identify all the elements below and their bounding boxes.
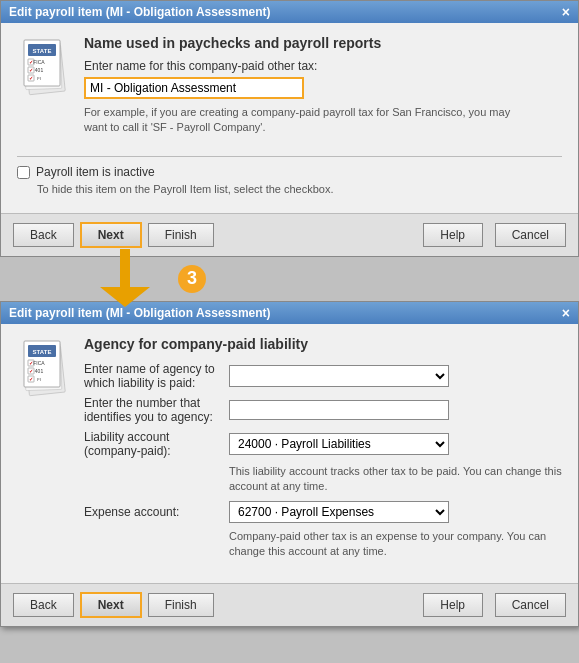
svg-text:STATE: STATE [33,48,52,54]
liability-note: This liability account tracks other tax … [229,464,562,495]
dialog1-cancel-button[interactable]: Cancel [495,223,566,247]
svg-text:401: 401 [35,368,44,374]
svg-text:401: 401 [35,67,44,73]
agency-row: Enter name of agency to which liability … [84,362,562,390]
dialog1-hint: For example, if you are creating a compa… [84,105,524,136]
dialog2-form-area: Agency for company-paid liability Enter … [84,336,562,566]
expense-note: Company-paid other tax is an expense to … [229,529,562,560]
svg-text:FI: FI [37,377,41,382]
liability-select[interactable]: 24000 · Payroll Liabilities [229,433,449,455]
dialog2-header: STATE ✓ FICA ✓ 401 ✓ FI Agency for compa… [17,336,562,566]
svg-text:✓: ✓ [29,376,33,382]
dialog1-header: STATE ✓ FICA ✓ 401 ✓ FI Name used in pay… [17,35,562,146]
dialog2-next-button[interactable]: Next [80,592,142,618]
dialog2-payroll-icon: STATE ✓ FICA ✓ 401 ✓ FI [17,336,72,401]
agency-label: Enter name of agency to which liability … [84,362,229,390]
dialog2-heading: Agency for company-paid liability [84,336,562,352]
agency-select[interactable] [229,365,449,387]
dialog1-close-button[interactable]: × [562,5,570,19]
svg-text:FI: FI [37,76,41,81]
expense-row: Expense account: 62700 · Payroll Expense… [84,501,562,523]
dialog1-inactive-checkbox[interactable] [17,166,30,179]
dialog1-heading-area: Name used in paychecks and payroll repor… [84,35,524,146]
agency-input-wrapper [229,365,449,387]
dialog2-footer: Back Next Finish Help Cancel [1,583,578,626]
expense-label: Expense account: [84,505,229,519]
dialog1-next-button[interactable]: Next [80,222,142,248]
svg-text:STATE: STATE [33,349,52,355]
id-input-wrapper [229,400,449,420]
id-input[interactable] [229,400,449,420]
dialog1: Edit payroll item (MI - Obligation Asses… [0,0,579,257]
svg-marker-15 [100,287,150,307]
liability-row: Liability account (company-paid): 24000 … [84,430,562,458]
dialog2-finish-button[interactable]: Finish [148,593,214,617]
expense-select[interactable]: 62700 · Payroll Expenses [229,501,449,523]
id-label: Enter the number that identifies you to … [84,396,229,424]
liability-label: Liability account (company-paid): [84,430,229,458]
svg-text:✓: ✓ [29,75,33,81]
liability-input-wrapper: 24000 · Payroll Liabilities [229,433,449,455]
dialog2-close-button[interactable]: × [562,306,570,320]
dialog1-back-button[interactable]: Back [13,223,74,247]
dialog1-inactive-hint: To hide this item on the Payroll Item li… [37,183,562,195]
dialog2: Edit payroll item (MI - Obligation Asses… [0,301,579,628]
svg-text:FICA: FICA [33,59,45,65]
dialog2-help-button[interactable]: Help [423,593,483,617]
step-badge: 3 [178,265,206,293]
svg-text:✓: ✓ [29,67,33,73]
dialog1-inactive-row: Payroll item is inactive [17,165,562,179]
payroll-icon: STATE ✓ FICA ✓ 401 ✓ FI [17,35,72,100]
dialog1-content: STATE ✓ FICA ✓ 401 ✓ FI Name used in pay… [1,23,578,213]
dialog1-form-label: Enter name for this company-paid other t… [84,59,524,73]
dialog2-back-button[interactable]: Back [13,593,74,617]
dialog2-content: STATE ✓ FICA ✓ 401 ✓ FI Agency for compa… [1,324,578,584]
dialog1-title: Edit payroll item (MI - Obligation Asses… [9,5,271,19]
expense-input-wrapper: 62700 · Payroll Expenses [229,501,449,523]
dialog1-titlebar: Edit payroll item (MI - Obligation Asses… [1,1,578,23]
svg-text:FICA: FICA [33,360,45,366]
dialog1-help-button[interactable]: Help [423,223,483,247]
id-row: Enter the number that identifies you to … [84,396,562,424]
dialog1-separator [17,156,562,157]
svg-text:✓: ✓ [29,368,33,374]
dialog2-cancel-button[interactable]: Cancel [495,593,566,617]
dialog1-finish-button[interactable]: Finish [148,223,214,247]
dialog1-inactive-label: Payroll item is inactive [36,165,155,179]
dialog1-name-input[interactable] [84,77,304,99]
dialog1-heading: Name used in paychecks and payroll repor… [84,35,524,51]
